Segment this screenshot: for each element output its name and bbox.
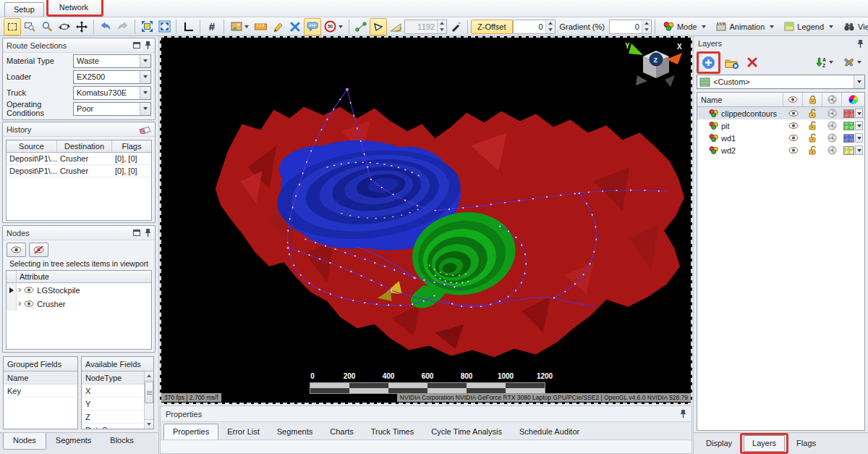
layer-color-swatch[interactable] [843, 109, 854, 118]
available-field-item[interactable]: NodeType [82, 371, 144, 384]
zoom-window-button[interactable] [21, 18, 38, 35]
layer-row-clippedcontours[interactable]: clippedcontours [697, 107, 864, 119]
layer-animation-toggle[interactable] [822, 109, 842, 118]
tab-error-list[interactable]: Error List [218, 424, 268, 440]
loader-select[interactable]: EX2500 [73, 70, 151, 84]
eraser-icon[interactable] [139, 125, 151, 134]
attribute-column-header[interactable]: Attribute [17, 271, 151, 283]
layer-row-pit[interactable]: pit [697, 119, 864, 132]
tab-truck-times[interactable]: Truck Times [362, 424, 423, 440]
history-col-destination[interactable]: Destination [57, 140, 112, 153]
swatch-dropdown[interactable] [855, 146, 863, 155]
visibility-column-header[interactable] [783, 93, 803, 106]
redo-button[interactable] [114, 18, 132, 35]
delete-layer-button[interactable] [743, 54, 761, 71]
measure-button[interactable] [252, 18, 269, 35]
zoom-to-selection-button[interactable] [138, 18, 156, 35]
direction-button[interactable] [370, 18, 387, 35]
viewport-3d[interactable]: Y X Z 0 200 400 600 800 1000 1200 370 fp… [160, 36, 692, 404]
swatch-dropdown[interactable] [855, 121, 863, 130]
tab-flags[interactable]: Flags [788, 436, 824, 451]
layer-lock-toggle[interactable] [803, 109, 822, 118]
grid-button[interactable]: # [203, 18, 221, 35]
color-column-header[interactable] [842, 93, 864, 106]
layer-preset-select[interactable]: <Custom> [697, 75, 865, 89]
available-field-item[interactable]: X [82, 384, 144, 398]
gradient-field[interactable]: 0 [609, 20, 652, 34]
scrollbar-thumb[interactable] [145, 382, 153, 403]
elevation-spinner[interactable] [437, 20, 446, 33]
dropdown-caret[interactable] [140, 55, 150, 67]
tab-charts[interactable]: Charts [321, 424, 362, 440]
axes-button[interactable] [179, 18, 197, 35]
draw-button[interactable] [269, 18, 286, 35]
pin-icon[interactable] [857, 39, 864, 49]
dropdown-caret[interactable] [140, 71, 150, 83]
select-tool-button[interactable] [4, 18, 21, 35]
grouped-field-item[interactable]: Name [4, 371, 77, 384]
tab-setup[interactable]: Setup [4, 2, 44, 17]
layer-color-swatch[interactable] [843, 146, 854, 155]
collapse-panel-icon[interactable] [133, 42, 140, 49]
available-field-item[interactable]: Y [82, 398, 144, 411]
scroll-up-arrow[interactable] [145, 371, 153, 381]
available-fields-scrollbar[interactable] [144, 371, 153, 429]
layer-visibility-toggle[interactable] [783, 122, 803, 129]
delete-button[interactable] [286, 18, 304, 35]
swatch-dropdown[interactable] [855, 109, 863, 118]
legend-dropdown[interactable]: Legend [779, 18, 838, 35]
dropdown-caret[interactable] [140, 103, 150, 115]
z-offset-toggle[interactable]: Z-Offset [471, 20, 513, 34]
tab-properties[interactable]: Properties [163, 424, 218, 440]
pin-icon[interactable] [680, 409, 686, 419]
add-layer-group-button[interactable] [723, 54, 741, 71]
layer-visibility-toggle[interactable] [783, 147, 803, 154]
layer-color-swatch[interactable] [843, 122, 854, 130]
background-image-button[interactable] [227, 18, 252, 35]
speed-limit-button[interactable]: 50 [321, 18, 346, 35]
dropdown-caret[interactable] [140, 87, 150, 99]
layer-lock-toggle[interactable] [803, 146, 822, 155]
history-row[interactable]: Deposit\P1\...Crusher[0], [0] [7, 165, 151, 177]
layer-row-wd1[interactable]: wd1 [697, 132, 864, 144]
history-row[interactable]: Deposit\P1\...Crusher[0], [0] [7, 153, 151, 165]
zoom-button[interactable] [38, 18, 56, 35]
tree-row-crusher[interactable]: › Crusher [7, 297, 151, 311]
tab-layers[interactable]: Layers [744, 435, 785, 452]
layer-color-swatch[interactable] [843, 134, 854, 143]
dropdown-caret[interactable] [854, 75, 864, 88]
history-col-source[interactable]: Source [7, 140, 57, 153]
expand-chevron-icon[interactable]: › [18, 285, 21, 294]
eye-icon[interactable] [24, 300, 34, 307]
tree-row-lgstockpile[interactable]: › LGStockpile [7, 283, 151, 297]
tab-blocks[interactable]: Blocks [101, 433, 142, 449]
tab-schedule-auditor[interactable]: Schedule Auditor [511, 424, 588, 440]
grouped-field-item[interactable]: Key [4, 384, 77, 398]
name-column-header[interactable]: Name [697, 93, 783, 106]
layer-visibility-toggle[interactable] [783, 135, 803, 141]
z-offset-spinner[interactable] [545, 20, 555, 33]
tab-segments-bottom[interactable]: Segments [268, 424, 322, 440]
elevation-field[interactable]: 1192 [404, 20, 447, 34]
layer-animation-toggle[interactable] [822, 133, 842, 143]
zoom-extents-button[interactable] [156, 18, 173, 35]
layer-animation-toggle[interactable] [822, 121, 842, 130]
layer-lock-toggle[interactable] [803, 133, 822, 143]
pin-icon[interactable] [145, 228, 151, 237]
tab-nodes[interactable]: Nodes [3, 433, 46, 450]
expand-chevron-icon[interactable]: › [18, 298, 21, 308]
comments-button[interactable] [304, 18, 321, 35]
gradient-angle-button[interactable] [387, 18, 404, 35]
available-field-item[interactable]: DataSource [82, 424, 144, 429]
axis-triad[interactable]: Y X Z [623, 41, 684, 91]
material-type-select[interactable]: Waste [73, 54, 151, 68]
rotate-view-button[interactable] [56, 18, 73, 35]
add-layer-button[interactable] [699, 54, 718, 71]
views-dropdown[interactable]: Views [838, 18, 868, 35]
pick-elevation-button[interactable] [447, 18, 464, 35]
mode-dropdown[interactable]: Mode [658, 18, 712, 35]
show-all-button[interactable] [7, 243, 26, 257]
pan-button[interactable] [73, 18, 90, 35]
tab-display[interactable]: Display [698, 436, 740, 451]
animation-column-header[interactable] [822, 93, 842, 106]
